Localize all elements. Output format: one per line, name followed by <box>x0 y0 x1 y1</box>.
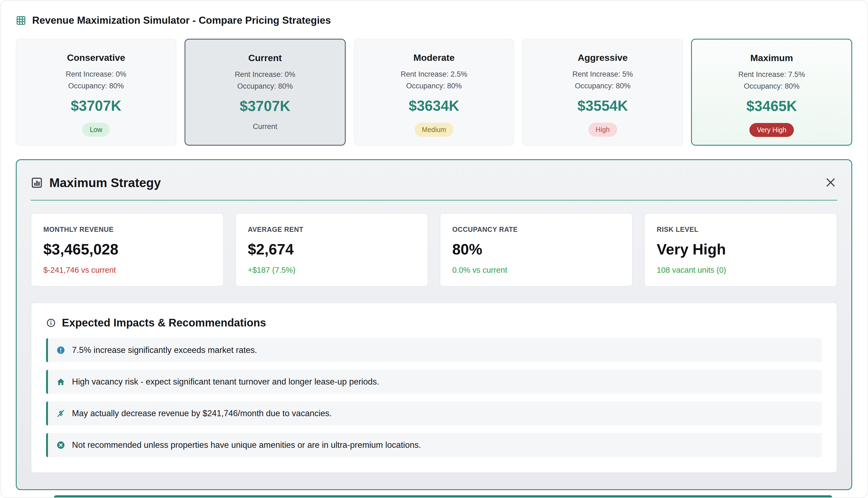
metric-value: $3,465,028 <box>43 240 211 258</box>
strategy-detail-panel: Maximum Strategy MONTHLY REVENUE $3,465,… <box>16 159 852 490</box>
page-header: Revenue Maximization Simulator - Compare… <box>16 15 852 26</box>
impacts-title-row: Expected Impacts & Recommendations <box>46 317 822 329</box>
risk-badge: Low <box>82 123 110 136</box>
strategy-rent-increase: Rent Increase: 0% <box>23 70 169 79</box>
page-title: Revenue Maximization Simulator - Compare… <box>32 15 331 26</box>
info-outline-icon <box>46 318 56 328</box>
strategy-card-aggressive[interactable]: Aggressive Rent Increase: 5% Occupancy: … <box>522 39 683 146</box>
detail-panel-header: Maximum Strategy <box>31 175 837 190</box>
metrics-row: MONTHLY REVENUE $3,465,028 $-241,746 vs … <box>31 213 837 287</box>
metric-label: MONTHLY REVENUE <box>43 225 211 234</box>
house-icon <box>56 377 65 386</box>
cancel-circle-icon <box>56 441 65 450</box>
strategy-name: Aggressive <box>530 52 676 63</box>
close-button[interactable] <box>824 176 837 189</box>
next-panel-top-edge <box>54 495 832 497</box>
strategy-rent-increase: Rent Increase: 7.5% <box>698 70 845 79</box>
impact-list: 7.5% increase significantly exceeds mark… <box>46 338 822 457</box>
impact-text: 7.5% increase significantly exceeds mark… <box>72 345 257 355</box>
strategy-revenue: $3554K <box>530 97 676 114</box>
metric-delta: 108 vacant units (0) <box>657 266 825 275</box>
strategy-occupancy: Occupancy: 80% <box>698 82 845 91</box>
metric-label: OCCUPANCY RATE <box>452 225 620 234</box>
strategy-name: Current <box>192 53 338 63</box>
strategy-occupancy: Occupancy: 80% <box>23 82 169 90</box>
strategy-card-current[interactable]: Current Rent Increase: 0% Occupancy: 80%… <box>185 39 346 146</box>
strategy-rent-increase: Rent Increase: 5% <box>530 70 676 79</box>
strategy-rent-increase: Rent Increase: 2.5% <box>361 70 507 79</box>
strategy-revenue: $3707K <box>23 97 169 114</box>
strategy-card-maximum[interactable]: Maximum Rent Increase: 7.5% Occupancy: 8… <box>691 39 852 146</box>
impact-text: High vacancy risk - expect significant t… <box>72 377 379 387</box>
current-label: Current <box>253 123 277 130</box>
metric-monthly-revenue: MONTHLY REVENUE $3,465,028 $-241,746 vs … <box>31 213 224 287</box>
strategy-card-conservative[interactable]: Conservative Rent Increase: 0% Occupancy… <box>16 39 176 146</box>
grid-table-icon <box>16 15 26 26</box>
close-icon <box>825 185 837 189</box>
metric-risk-level: RISK LEVEL Very High 108 vacant units (0… <box>644 213 837 287</box>
strategy-occupancy: Occupancy: 80% <box>361 82 507 90</box>
impact-item: Not recommended unless properties have u… <box>46 433 822 457</box>
alert-info-icon <box>56 345 65 355</box>
metric-value: Very High <box>657 240 825 258</box>
strategy-occupancy: Occupancy: 80% <box>530 82 676 90</box>
strategy-revenue: $3707K <box>192 97 338 114</box>
risk-badge: High <box>588 123 617 136</box>
detail-panel-title: Maximum Strategy <box>49 175 161 190</box>
impact-text: Not recommended unless properties have u… <box>72 440 421 450</box>
strategy-cards-row: Conservative Rent Increase: 0% Occupancy… <box>16 39 852 146</box>
detail-panel-title-row: Maximum Strategy <box>31 175 161 190</box>
strategy-revenue: $3465K <box>698 97 845 114</box>
metric-delta: 0.0% vs current <box>452 266 620 275</box>
risk-badge: Very High <box>749 123 793 137</box>
impact-item: $ May actually decrease revenue by $241,… <box>46 402 822 425</box>
strategy-name: Moderate <box>361 52 507 63</box>
strategy-rent-increase: Rent Increase: 0% <box>192 70 338 79</box>
impact-item: 7.5% increase significantly exceeds mark… <box>46 338 822 362</box>
impact-item: High vacancy risk - expect significant t… <box>46 370 822 394</box>
metric-value: 80% <box>452 240 620 258</box>
money-off-icon: $ <box>56 409 65 418</box>
strategy-name: Conservative <box>23 52 169 63</box>
metric-label: AVERAGE RENT <box>248 225 416 234</box>
metric-occupancy-rate: OCCUPANCY RATE 80% 0.0% vs current <box>440 213 633 287</box>
metric-value: $2,674 <box>248 240 416 258</box>
metric-label: RISK LEVEL <box>657 225 825 234</box>
metric-delta: $-241,746 vs current <box>43 266 211 275</box>
strategy-card-moderate[interactable]: Moderate Rent Increase: 2.5% Occupancy: … <box>354 39 515 146</box>
strategy-occupancy: Occupancy: 80% <box>192 82 338 91</box>
metric-average-rent: AVERAGE RENT $2,674 +$187 (7.5%) <box>235 213 428 287</box>
impact-text: May actually decrease revenue by $241,74… <box>72 408 332 418</box>
impacts-title: Expected Impacts & Recommendations <box>62 317 266 329</box>
metric-delta: +$187 (7.5%) <box>248 266 416 275</box>
impacts-card: Expected Impacts & Recommendations 7.5% … <box>31 302 837 473</box>
strategy-revenue: $3634K <box>361 97 507 114</box>
strategy-name: Maximum <box>698 53 845 63</box>
risk-badge: Medium <box>415 123 454 136</box>
bar-chart-icon <box>31 177 43 189</box>
app-window: Revenue Maximization Simulator - Compare… <box>0 0 868 498</box>
panel-divider <box>31 200 837 200</box>
